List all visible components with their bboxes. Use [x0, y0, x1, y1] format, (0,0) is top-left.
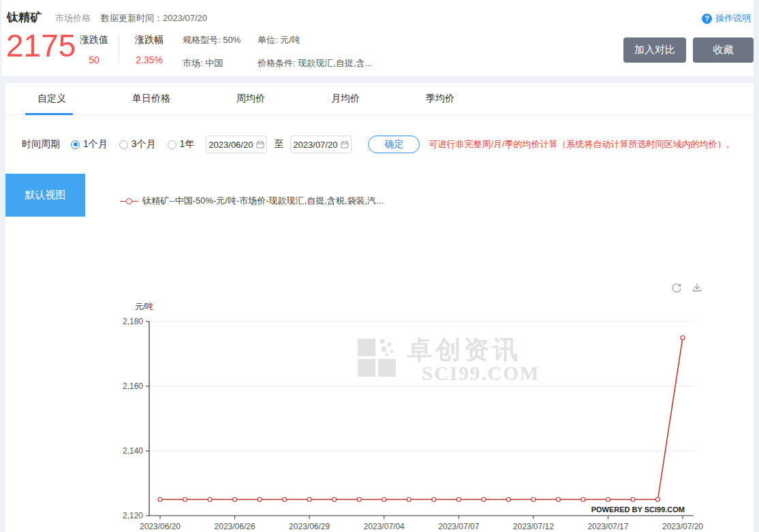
change-pct-block: 涨跌幅 2.35%	[128, 34, 170, 65]
unit-condition-block: 单位: 元/吨 价格条件: 现款现汇,自提,含...	[258, 34, 372, 69]
scrollbar-track[interactable]	[754, 0, 759, 532]
svg-text:2023/07/07: 2023/07/07	[438, 522, 479, 531]
spec-value: 规格型号: 50%	[183, 34, 241, 46]
price-line-chart: 元/吨2,1202,1402,1602,1802023/06/202023/06…	[5, 279, 754, 532]
tab-daily-price[interactable]: 单日价格	[132, 83, 170, 114]
time-period-label: 时间周期	[22, 138, 60, 151]
spec-market-block: 规格型号: 50% 市场: 中国	[183, 34, 241, 69]
unit-value: 单位: 元/吨	[258, 34, 372, 46]
tab-bar: 自定义 单日价格 周均价 月均价 季均价	[5, 83, 754, 115]
svg-text:元/吨: 元/吨	[135, 302, 153, 311]
radio-1-month[interactable]: 1个月	[71, 138, 108, 151]
date-from-value: 2023/06/20	[208, 140, 253, 150]
change-value-block: 涨跌值 50	[75, 34, 113, 65]
radio-dot-icon	[71, 140, 80, 149]
calendar-icon	[256, 140, 264, 148]
change-value-label: 涨跌值	[75, 34, 113, 46]
date-from-input[interactable]: 2023/06/20	[206, 136, 267, 153]
page-title: 钛精矿	[7, 10, 42, 25]
svg-text:2,120: 2,120	[123, 511, 143, 520]
change-pct-label: 涨跌幅	[128, 34, 170, 46]
radio-1-year[interactable]: 1年	[168, 138, 195, 151]
radio-3-month[interactable]: 3个月	[119, 138, 156, 151]
svg-text:2,160: 2,160	[123, 381, 143, 391]
filter-note: 可进行非完整周/月/季的均价计算（系统将自动计算所选时间区域内的均价）。	[429, 138, 734, 151]
confirm-button[interactable]: 确定	[368, 136, 420, 153]
update-time: 数据更新时间：2023/07/20	[101, 12, 207, 25]
market-value: 市场: 中国	[183, 57, 241, 69]
radio-1-month-label: 1个月	[83, 138, 108, 151]
tab-custom[interactable]: 自定义	[37, 83, 66, 114]
date-to-input[interactable]: 2023/07/20	[290, 136, 352, 153]
change-pct-value: 2.35%	[128, 54, 170, 65]
radio-3-month-label: 3个月	[131, 138, 156, 151]
time-filter-row: 时间周期 1个月 3个月 1年 2023/06/20 至 2023/07/20 …	[22, 135, 735, 154]
update-time-label: 数据更新时间：	[101, 13, 163, 23]
radio-dot-icon	[168, 140, 176, 149]
radio-dot-icon	[119, 140, 128, 149]
current-price: 2175	[6, 30, 76, 61]
help-label: 操作说明	[715, 12, 751, 25]
tab-quarterly-avg[interactable]: 季均价	[426, 83, 454, 114]
favorite-button[interactable]: 收藏	[693, 37, 754, 63]
svg-text:2023/07/17: 2023/07/17	[587, 522, 628, 531]
default-view-button[interactable]: 默认视图	[5, 174, 85, 217]
header: 钛精矿 市场价格 数据更新时间：2023/07/20 2175 涨跌值 50 涨…	[1, 0, 754, 76]
radio-1-year-label: 1年	[180, 138, 195, 151]
svg-text:2023/06/20: 2023/06/20	[140, 522, 181, 531]
price-type-label: 市场价格	[55, 12, 91, 25]
svg-text:2023/07/20: 2023/07/20	[662, 522, 703, 531]
chart-legend: 钛精矿--中国-50%-元/吨-市场价-现款现汇,自提,含税,袋装,汽...	[120, 195, 384, 207]
tab-weekly-avg[interactable]: 周均价	[236, 83, 265, 114]
date-to-value: 2023/07/20	[293, 140, 337, 150]
question-icon: ?	[702, 14, 712, 24]
chart-area: 元/吨2,1202,1402,1602,1802023/06/202023/06…	[5, 279, 754, 532]
add-compare-button[interactable]: 加入对比	[623, 37, 686, 63]
svg-text:2023/06/26: 2023/06/26	[215, 522, 255, 531]
calendar-icon	[341, 140, 349, 148]
change-value: 50	[75, 54, 113, 65]
svg-text:2023/07/12: 2023/07/12	[513, 522, 554, 531]
svg-text:2023/06/29: 2023/06/29	[289, 522, 330, 531]
help-link[interactable]: ? 操作说明	[702, 12, 751, 25]
to-label: 至	[274, 138, 283, 151]
svg-text:2,140: 2,140	[123, 446, 143, 456]
legend-label: 钛精矿--中国-50%-元/吨-市场价-现款现汇,自提,含税,袋装,汽...	[142, 195, 384, 207]
legend-line-marker-icon	[120, 198, 138, 204]
divider	[119, 35, 119, 63]
tab-monthly-avg[interactable]: 月均价	[331, 83, 360, 114]
svg-text:2023/07/04: 2023/07/04	[364, 522, 405, 531]
main-panel: 自定义 单日价格 周均价 月均价 季均价 时间周期 1个月 3个月 1年 202…	[5, 83, 754, 532]
update-time-value: 2023/07/20	[163, 13, 207, 23]
svg-text:POWERED BY SCI99.COM: POWERED BY SCI99.COM	[591, 505, 685, 514]
svg-text:2,180: 2,180	[123, 317, 143, 326]
condition-value: 价格条件: 现款现汇,自提,含...	[258, 57, 372, 69]
